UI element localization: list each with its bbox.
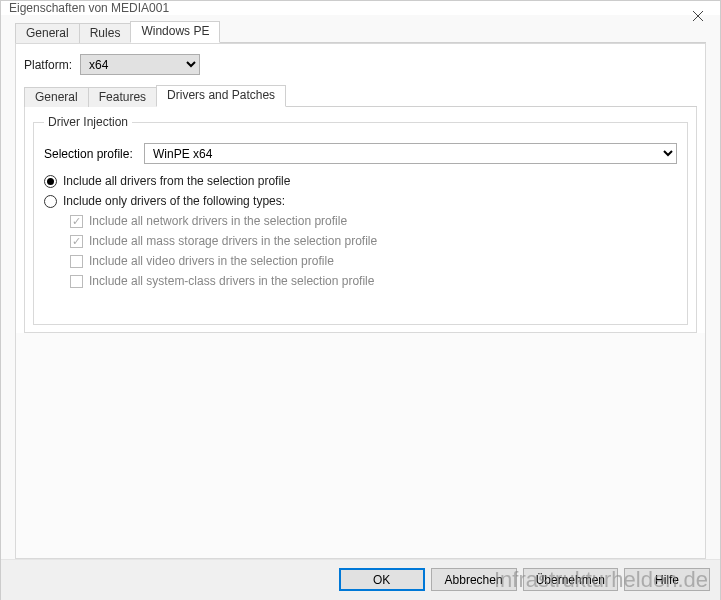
chk-video: [70, 255, 83, 268]
subtab-drivers-and-patches[interactable]: Drivers and Patches: [156, 85, 286, 107]
selection-profile-row: Selection profile: WinPE x64: [44, 143, 677, 164]
chk-network-label: Include all network drivers in the selec…: [89, 214, 347, 228]
cancel-button[interactable]: Abbrechen: [431, 568, 517, 591]
chk-massstorage-label: Include all mass storage drivers in the …: [89, 234, 377, 248]
main-tab-panel: Platform: x64 General Features Drivers a…: [15, 43, 706, 559]
tab-rules[interactable]: Rules: [79, 23, 132, 43]
chk-systemclass-row: Include all system-class drivers in the …: [70, 274, 677, 288]
window-title: Eigenschaften von MEDIA001: [9, 1, 169, 15]
sub-tabs: General Features Drivers and Patches: [24, 85, 697, 107]
ok-button[interactable]: OK: [339, 568, 425, 591]
driver-injection-group: Driver Injection Selection profile: WinP…: [33, 115, 688, 325]
radio-include-types[interactable]: [44, 195, 57, 208]
content-area: General Rules Windows PE Platform: x64 G…: [1, 15, 720, 559]
radio-include-all-label: Include all drivers from the selection p…: [63, 174, 290, 188]
radio-include-all-row[interactable]: Include all drivers from the selection p…: [44, 174, 677, 188]
chk-massstorage-row: Include all mass storage drivers in the …: [70, 234, 677, 248]
chk-massstorage: [70, 235, 83, 248]
radio-include-types-row[interactable]: Include only drivers of the following ty…: [44, 194, 677, 208]
platform-label: Platform:: [24, 58, 72, 72]
subtab-general[interactable]: General: [24, 87, 89, 107]
radio-include-types-label: Include only drivers of the following ty…: [63, 194, 285, 208]
dialog-window: Eigenschaften von MEDIA001 General Rules…: [0, 0, 721, 600]
platform-row: Platform: x64: [24, 54, 697, 75]
chk-systemclass-label: Include all system-class drivers in the …: [89, 274, 374, 288]
subtab-features[interactable]: Features: [88, 87, 157, 107]
apply-button[interactable]: Übernehmen: [523, 568, 618, 591]
radio-include-all[interactable]: [44, 175, 57, 188]
chk-video-row: Include all video drivers in the selecti…: [70, 254, 677, 268]
tab-windows-pe[interactable]: Windows PE: [130, 21, 220, 43]
close-icon: [693, 11, 703, 21]
selection-profile-select[interactable]: WinPE x64: [144, 143, 677, 164]
subtab-panel: Driver Injection Selection profile: WinP…: [24, 107, 697, 333]
main-tabs: General Rules Windows PE: [15, 21, 706, 43]
help-button[interactable]: Hilfe: [624, 568, 710, 591]
chk-video-label: Include all video drivers in the selecti…: [89, 254, 334, 268]
button-bar: OK Abbrechen Übernehmen Hilfe: [1, 559, 720, 600]
chk-systemclass: [70, 275, 83, 288]
chk-network: [70, 215, 83, 228]
titlebar: Eigenschaften von MEDIA001: [1, 1, 720, 15]
platform-select[interactable]: x64: [80, 54, 200, 75]
selection-profile-label: Selection profile:: [44, 147, 144, 161]
chk-network-row: Include all network drivers in the selec…: [70, 214, 677, 228]
driver-injection-legend: Driver Injection: [44, 115, 132, 129]
tab-general[interactable]: General: [15, 23, 80, 43]
